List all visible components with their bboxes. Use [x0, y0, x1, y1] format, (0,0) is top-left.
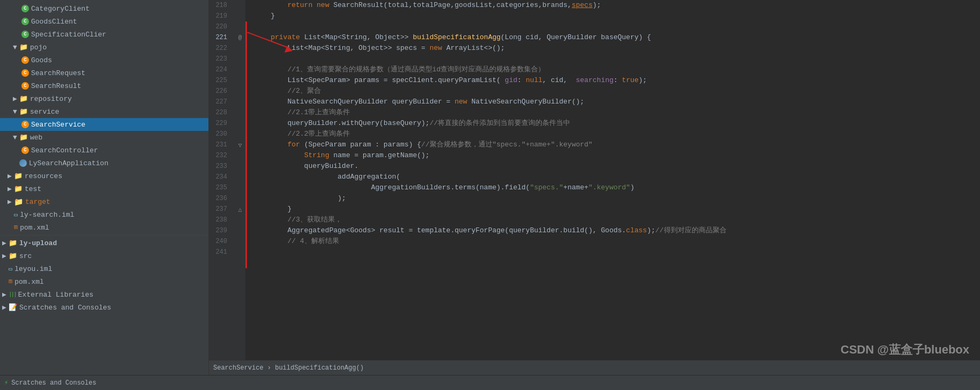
tree-item-pom-xml2[interactable]: ▶ m pom.xml: [0, 275, 208, 288]
breadcrumb: SearchService › buildSpecificationAgg(): [213, 364, 364, 372]
code-line-221: private List<Map<String, Object>> buildS…: [254, 32, 980, 43]
line-num-221: 221: [209, 32, 230, 43]
line-num-228: 228: [209, 107, 230, 118]
class-green-icon: C: [21, 31, 29, 38]
class-orange-icon: C: [21, 121, 29, 128]
tree-item-label: SearchResult: [31, 82, 81, 90]
tree-item-test[interactable]: ▶ 📁 test: [0, 182, 208, 195]
class-orange-icon: C: [21, 69, 29, 77]
tree-item-label: leyou.iml: [14, 265, 52, 273]
tree-item-resources[interactable]: ▶ 📁 resources: [0, 170, 208, 182]
line-num-218: 218: [209, 0, 230, 11]
iml-icon: ▭: [9, 265, 12, 273]
expand-arrow: ▶: [11, 94, 19, 103]
main-container: C CategoryClient C GoodsClient C Specifi…: [0, 0, 980, 375]
app-icon: [19, 159, 27, 167]
line-num-235: 235: [209, 182, 230, 193]
tree-item-src[interactable]: ▶ 📁 src: [0, 249, 208, 262]
scratches-bar-icon: ⚡: [4, 379, 8, 387]
code-line-224: //1、查询需要聚合的规格参数（通过商品类型id查询到对应商品的规格参数集合）: [254, 64, 980, 75]
tree-item-leyou-iml[interactable]: ▶ ▭ leyou.iml: [0, 262, 208, 275]
tree-item-scratches-consoles[interactable]: ▶ 📝 Scratches and Consoles: [0, 301, 208, 314]
tree-item-external-libraries[interactable]: ▶ ||| External Libraries: [0, 288, 208, 301]
tree-item-label: SpecificationClier: [31, 31, 106, 39]
tree-item-label: test: [25, 185, 41, 193]
tree-item-label: Goods: [31, 56, 52, 64]
tree-item-ly-upload[interactable]: ▶ 📁 ly-upload: [0, 237, 208, 249]
folder-icon: 📁: [9, 252, 17, 260]
scratches-bar[interactable]: ⚡ Scratches and Consoles: [0, 375, 980, 390]
tree-item-label: CategoryClient: [31, 5, 89, 13]
tree-item-pom-xml[interactable]: ▶ m pom.xml: [0, 221, 208, 234]
gutter-231: ▽: [235, 139, 245, 150]
tree-item-goodsClient[interactable]: C GoodsClient: [0, 15, 208, 28]
line-num-234: 234: [209, 172, 230, 182]
code-line-235: AggregationBuilders.terms(name).field("s…: [254, 182, 980, 193]
gutter-233: [235, 161, 245, 172]
tree-item-label: service: [30, 108, 59, 116]
scratches-icon: 📝: [9, 303, 17, 312]
tree-item-categoryClient[interactable]: C CategoryClient: [0, 2, 208, 15]
red-bracket-indicator: [245, 21, 247, 268]
gutter-224: [235, 64, 245, 75]
tree-item-label: SearchController: [31, 146, 98, 154]
expand-arrow: ▶: [5, 185, 14, 193]
line-num-224: 224: [209, 64, 230, 75]
folder-icon: 📁: [14, 185, 23, 193]
expand-arrow: ▶: [5, 197, 14, 206]
folder-icon: 📁: [19, 94, 28, 103]
line-num-227: 227: [209, 97, 230, 107]
expand-arrow: ▼: [11, 134, 19, 142]
tree-item-searchRequest[interactable]: C SearchRequest: [0, 67, 208, 79]
code-line-226: //2、聚合: [254, 86, 980, 97]
class-orange-icon: C: [21, 146, 29, 154]
tree-item-label: ly-search.iml: [20, 211, 74, 219]
line-num-237: 237: [209, 204, 230, 215]
external-lib-icon: |||: [9, 291, 16, 298]
file-tree-sidebar[interactable]: C CategoryClient C GoodsClient C Specifi…: [0, 0, 209, 375]
tree-item-searchController[interactable]: C SearchController: [0, 144, 208, 157]
tree-item-goods[interactable]: C Goods: [0, 54, 208, 67]
code-line-225: List<SpecParam> params = specClient.quer…: [254, 75, 980, 86]
tree-item-searchResult[interactable]: C SearchResult: [0, 79, 208, 92]
tree-item-web[interactable]: ▼ 📁 web: [0, 131, 208, 144]
code-area[interactable]: return new SearchResult(total,totalPage,…: [245, 0, 980, 360]
gutter-230: [235, 129, 245, 139]
code-line-229: queryBuilder.withQuery(baseQuery);//将直接的…: [254, 118, 980, 129]
tree-item-label: pojo: [30, 43, 47, 51]
gutter-237: △: [235, 204, 245, 215]
tree-item-searchService[interactable]: C SearchService: [0, 118, 208, 131]
tree-item-lySearchApplication[interactable]: ▶ LySearchApplication: [0, 157, 208, 170]
tree-item-specificationClier[interactable]: C SpecificationClier: [0, 28, 208, 41]
tree-item-label: pom.xml: [20, 224, 49, 232]
line-num-219: 219: [209, 11, 230, 21]
line-num-231: 231: [209, 139, 230, 150]
class-green-icon: C: [21, 5, 29, 12]
tree-item-target[interactable]: ▶ 📁 target: [0, 195, 208, 208]
tree-item-label: Scratches and Consoles: [19, 304, 111, 312]
gutter-240: [235, 236, 245, 247]
tree-item-repository[interactable]: ▶ 📁 repository: [0, 92, 208, 105]
code-editor: 218 219 220 221 222 223 224 225 226 227 …: [209, 0, 980, 375]
folder-icon: 📁: [9, 239, 17, 247]
code-line-228: //2.1带上查询条件: [254, 107, 980, 118]
tree-item-label: ly-upload: [19, 239, 57, 247]
gutter-236: [235, 193, 245, 204]
folder-icon: 📁: [14, 172, 23, 180]
gutter-234: [235, 172, 245, 182]
tree-item-label: SearchRequest: [31, 69, 85, 77]
gutter-238: [235, 215, 245, 225]
class-green-icon: C: [21, 18, 29, 25]
gutter-229: [235, 118, 245, 129]
tree-item-label: GoodsClient: [31, 18, 77, 26]
tree-item-ly-search-iml[interactable]: ▶ ▭ ly-search.iml: [0, 208, 208, 221]
gutter-239: [235, 225, 245, 236]
tree-item-pojo[interactable]: ▼ 📁 pojo: [0, 41, 208, 54]
code-line-218: return new SearchResult(total,totalPage,…: [254, 0, 980, 11]
tree-item-service[interactable]: ▼ 📁 service: [0, 105, 208, 118]
folder-icon: 📁: [14, 197, 23, 207]
code-line-237: }: [254, 204, 980, 215]
tree-item-label: repository: [30, 95, 72, 103]
gutter-232: [235, 150, 245, 161]
code-line-233: queryBuilder.: [254, 161, 980, 172]
